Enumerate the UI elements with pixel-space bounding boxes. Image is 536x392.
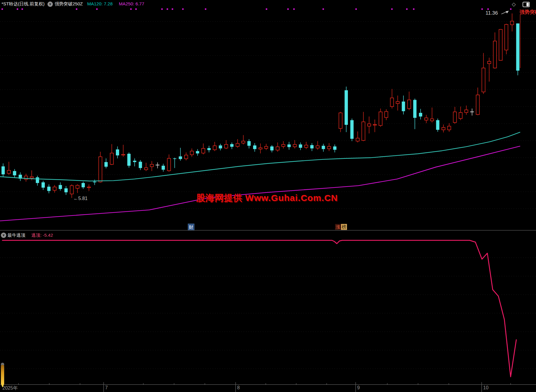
candle-up — [408, 100, 411, 109]
candle-down — [127, 154, 130, 166]
candle-up — [448, 126, 451, 130]
candle-up — [53, 187, 56, 190]
low-price-label: ←5.81 — [73, 196, 87, 201]
escape-indicator-line — [2, 240, 516, 377]
signal-dot — [135, 8, 137, 10]
candle-up — [190, 151, 193, 155]
candle-down — [133, 161, 136, 162]
candle-down — [179, 156, 182, 159]
signal-dot — [172, 8, 173, 10]
sub-indicator-name[interactable]: 最牛逃顶 — [7, 233, 25, 238]
ma250-line — [0, 146, 520, 221]
timeline-month-label: 7 — [105, 385, 108, 391]
candle-down — [516, 23, 520, 70]
candle-up — [390, 98, 394, 107]
candle-down — [247, 141, 251, 146]
candle-down — [13, 171, 16, 175]
candle-up — [202, 148, 205, 153]
candle-down — [419, 113, 422, 116]
candle-down — [196, 151, 199, 153]
candle-up — [282, 144, 285, 147]
candle-up — [225, 144, 228, 148]
candle-down — [402, 102, 405, 111]
signal-dot — [322, 8, 324, 10]
signal-dot — [167, 8, 168, 10]
candle-up — [87, 187, 90, 187]
candle-down — [219, 145, 222, 148]
stock-title: *ST聆达(日线.前复权) — [1, 1, 44, 7]
candle-up — [185, 155, 188, 159]
candle-down — [413, 100, 417, 118]
diamond-icon[interactable]: ◇ — [512, 1, 516, 7]
signal-dot — [17, 8, 18, 10]
candle-up — [30, 177, 33, 178]
candle-down — [207, 148, 211, 150]
news-badge[interactable]: 财 — [188, 224, 194, 230]
rank-badge[interactable]: 涨榜 — [335, 224, 347, 230]
candle-down — [173, 159, 176, 159]
candle-up — [276, 147, 279, 150]
signal-dot — [96, 8, 98, 10]
ma120-value-label: MA120: 7.28 — [87, 1, 113, 6]
candle-up — [7, 170, 10, 173]
candle-up — [110, 153, 113, 165]
signal-dot — [510, 8, 512, 10]
candle-down — [288, 144, 291, 147]
candle-up — [70, 186, 73, 194]
candle-down — [350, 120, 354, 139]
timeline-position-marker[interactable] — [1, 365, 4, 388]
candle-down — [64, 188, 68, 192]
watermark: 股海网提供 Www.Guhai.Com.CN — [196, 192, 338, 204]
candle-down — [162, 166, 165, 170]
sub-indicator-value: 逃顶: -5.42 — [31, 233, 53, 238]
candle-up — [242, 141, 245, 143]
sub-chevron-down-icon[interactable]: ∨ — [1, 233, 6, 238]
signal-dot — [266, 8, 267, 10]
candle-up — [499, 30, 502, 61]
candle-up — [356, 138, 359, 141]
ma120-line — [0, 132, 520, 181]
candle-down — [82, 183, 85, 187]
candle-up — [385, 112, 388, 118]
signal-breakout-label: 强势突破系 — [520, 9, 536, 16]
signal-dot — [21, 8, 23, 10]
signal-dot — [481, 8, 483, 10]
candle-up — [493, 41, 497, 68]
candle-down — [139, 162, 142, 168]
candle-down — [93, 182, 96, 182]
candle-up — [145, 168, 148, 170]
timeline-year-label: 2025年 — [2, 385, 18, 391]
main-indicator-name[interactable]: 强势突破250Z — [55, 1, 83, 7]
candle-down — [299, 144, 302, 148]
candle-up — [510, 21, 514, 25]
signal-dot — [76, 8, 77, 10]
candle-down — [59, 185, 62, 189]
candle-up — [328, 146, 331, 149]
candle-down — [333, 146, 337, 150]
candle-up — [99, 157, 102, 182]
candle-up — [505, 24, 508, 50]
candle-down — [42, 182, 45, 188]
signal-dot — [161, 8, 163, 10]
candle-up — [167, 159, 171, 171]
candle-up — [459, 113, 462, 119]
ma250-value-label: MA250: 6.77 — [119, 1, 144, 6]
candle-up — [465, 110, 468, 113]
candle-up — [482, 68, 485, 92]
candle-up — [373, 124, 377, 125]
candle-up — [150, 165, 153, 167]
signal-dot — [205, 8, 206, 10]
candle-up — [305, 145, 308, 147]
signal-dot — [355, 8, 357, 10]
signal-dot — [287, 8, 289, 10]
candle-up — [453, 112, 457, 123]
panel-toggle-icon[interactable] — [523, 2, 530, 7]
candle-down — [345, 90, 348, 125]
signal-dot — [487, 8, 489, 10]
candle-up — [442, 127, 445, 130]
chevron-down-icon[interactable]: ∨ — [47, 1, 53, 7]
candle-up — [396, 102, 399, 104]
candle-up — [476, 95, 479, 115]
signal-dot — [391, 8, 393, 10]
candle-up — [488, 61, 491, 64]
